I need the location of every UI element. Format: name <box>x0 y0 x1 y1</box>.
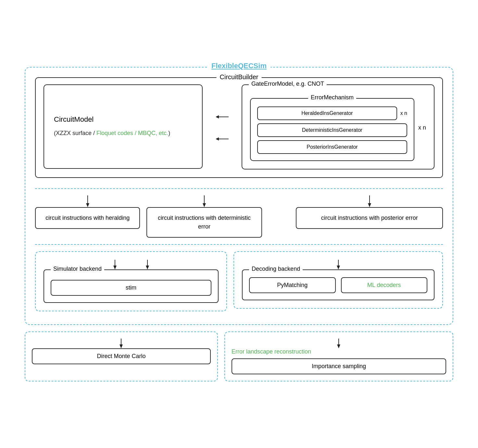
subtitle-green: Floquet codes / MBQC, etc. <box>96 130 168 136</box>
heralded-ins-generator: HeraldedInsGenerator <box>257 106 397 120</box>
circuit-model-box: CircuitModel (XZZX surface / Floquet cod… <box>44 84 203 169</box>
importance-sampling-box: Importance sampling <box>232 358 446 374</box>
arrow-left-2 <box>216 136 229 142</box>
simulator-dashed-section: Simulator backend stim <box>35 251 227 311</box>
right-output-col: circuit instructions with posterior erro… <box>296 195 443 229</box>
h-divider <box>35 188 443 189</box>
arrow-down-svg-heralding <box>84 195 91 207</box>
arrow-down-deterministic <box>201 195 208 207</box>
circuit-model-subtitle: (XZZX surface / Floquet codes / MBQC, et… <box>54 129 192 138</box>
ml-decoders-box: ML decoders <box>341 277 427 293</box>
decoding-backend-title: Decoding backend <box>249 266 303 272</box>
output-box-heralding: circuit instructions with heralding <box>35 207 140 229</box>
decoding-dashed-section: Decoding backend PyMatching ML decoders <box>233 251 443 309</box>
output-box-posterior: circuit instructions with posterior erro… <box>296 207 443 229</box>
h-divider-2 <box>35 244 443 245</box>
svg-marker-9 <box>368 203 371 207</box>
importance-arrow <box>232 339 446 348</box>
flexible-qec-sim-box: FlexibleQECSim CircuitBuilder CircuitMod… <box>25 67 453 325</box>
svg-marker-7 <box>203 203 206 207</box>
xn-label-inner: x n <box>400 110 407 116</box>
outputs-section: circuit instructions with heralding circ… <box>35 195 443 238</box>
subtitle-end: ) <box>168 130 170 136</box>
subtitle-plain: (XZZX surface / <box>54 130 96 136</box>
arrow-down-heralding <box>84 195 91 207</box>
arrow-down-svg-posterior <box>366 195 373 207</box>
circuit-builder-box: CircuitBuilder CircuitModel (XZZX surfac… <box>35 77 443 178</box>
final-left-box: Direct Monte Carlo <box>25 331 218 381</box>
gate-error-model-title: GateErrorModel, e.g. CNOT <box>249 81 327 87</box>
dmc-arrow <box>32 339 211 348</box>
arrow-connectors <box>216 84 229 142</box>
svg-marker-5 <box>86 203 89 207</box>
page-container: FlexibleQECSim CircuitBuilder CircuitMod… <box>15 57 463 391</box>
left-output-col: circuit instructions with heralding <box>35 195 140 229</box>
error-landscape-title: Error landscape reconstruction <box>232 348 446 355</box>
decoders-row: PyMatching ML decoders <box>249 277 427 293</box>
arrow-down-svg-deterministic <box>201 195 208 207</box>
gate-error-model-box: GateErrorModel, e.g. CNOT ErrorMechanism… <box>242 84 434 169</box>
direct-monte-carlo-box: Direct Monte Carlo <box>32 348 211 364</box>
final-right-box: Error landscape reconstruction Importanc… <box>224 331 453 381</box>
svg-marker-15 <box>337 266 340 269</box>
generator-row-1: HeraldedInsGenerator x n <box>257 106 407 120</box>
generator-row-2: DeterministicInsGenerator <box>257 123 407 137</box>
dmc-arrow-svg <box>118 339 124 348</box>
svg-marker-3 <box>216 137 219 141</box>
arrow-down-posterior <box>366 195 373 207</box>
decoding-backend-box: Decoding backend PyMatching ML decoders <box>242 269 434 300</box>
gate-error-content: ErrorMechanism HeraldedInsGenerator x n … <box>250 95 426 161</box>
simulator-backend-title: Simulator backend <box>51 266 104 272</box>
svg-marker-19 <box>337 344 340 348</box>
svg-marker-17 <box>120 344 123 348</box>
arrow-svg-1 <box>216 114 229 120</box>
svg-marker-11 <box>113 266 117 269</box>
arrow-svg-2 <box>216 136 229 142</box>
sim-arrow-2 <box>144 260 151 269</box>
dec-arrow-1 <box>335 260 342 269</box>
output-box-deterministic: circuit instructions with deterministic … <box>146 207 262 238</box>
importance-arrow-svg <box>335 339 342 348</box>
simulator-backend-box: Simulator backend stim <box>44 269 219 303</box>
error-mechanism-box: ErrorMechanism HeraldedInsGenerator x n … <box>250 98 414 161</box>
xn-label-outer: x n <box>418 124 426 131</box>
middle-output-col: circuit instructions with deterministic … <box>146 195 262 238</box>
svg-marker-13 <box>146 266 149 269</box>
arrow-left-1 <box>216 114 229 120</box>
posterior-ins-generator: PosteriorInsGenerator <box>257 140 407 154</box>
circuit-model-title: CircuitModel <box>54 115 192 124</box>
backends-section: Simulator backend stim Decoding backend … <box>35 251 443 311</box>
circuit-builder-title: CircuitBuilder <box>217 73 262 81</box>
flexible-qec-sim-title[interactable]: FlexibleQECSim <box>208 62 270 70</box>
error-mechanism-title: ErrorMechanism <box>308 94 356 101</box>
sim-arrow-1 <box>112 260 118 269</box>
svg-marker-1 <box>216 115 219 118</box>
pymatching-box: PyMatching <box>249 277 335 293</box>
generators-list: HeraldedInsGenerator x n DeterministicIn… <box>257 106 407 154</box>
builder-inner: CircuitModel (XZZX surface / Floquet cod… <box>44 84 434 169</box>
final-row: Direct Monte Carlo Error landscape recon… <box>25 331 453 381</box>
deterministic-ins-generator: DeterministicInsGenerator <box>257 123 407 137</box>
generator-row-3: PosteriorInsGenerator <box>257 140 407 154</box>
stim-box: stim <box>51 280 211 296</box>
